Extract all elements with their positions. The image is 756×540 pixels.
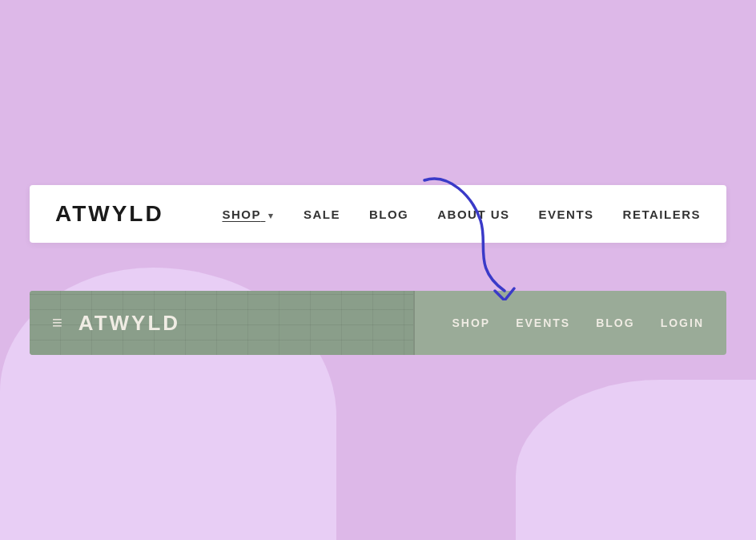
navbar-white: ATWYLD SHOP ▾ SALE BLOG ABOUT US EVENTS … (30, 185, 726, 243)
brand-text-sage: ATWYLD (78, 311, 180, 335)
nav-menu-sage: SHOP EVENTS BLOG LOGIN (452, 316, 705, 329)
nav-item-retailers[interactable]: RETAILERS (623, 208, 701, 221)
nav-sage-login[interactable]: LOGIN (661, 316, 704, 329)
brand-logo-white-nav[interactable]: ATWYLD (55, 201, 164, 227)
nav-item-about[interactable]: ABOUT US (437, 208, 509, 221)
page-wrapper: ATWYLD SHOP ▾ SALE BLOG ABOUT US EVENTS … (0, 0, 756, 540)
nav-item-blog[interactable]: BLOG (369, 208, 408, 221)
chevron-down-icon: ▾ (268, 211, 275, 221)
navbar-sage: ≡ ATWYLD SHOP EVENTS BLOG LOGIN (30, 291, 726, 355)
brand-text: ATWYLD (55, 201, 164, 226)
nav-item-shop[interactable]: SHOP ▾ (222, 208, 274, 221)
navbar-divider (413, 291, 415, 355)
nav-sage-shop[interactable]: SHOP (452, 316, 491, 329)
nav-sage-blog[interactable]: BLOG (596, 316, 634, 329)
nav-item-events[interactable]: EVENTS (539, 208, 594, 221)
nav-menu-white: SHOP ▾ SALE BLOG ABOUT US EVENTS RETAILE… (222, 208, 701, 221)
hamburger-menu-icon[interactable]: ≡ (52, 314, 62, 332)
brand-logo-sage-nav[interactable]: ATWYLD (78, 311, 180, 336)
nav-sage-events[interactable]: EVENTS (516, 316, 570, 329)
nav-item-sale[interactable]: SALE (304, 208, 340, 221)
